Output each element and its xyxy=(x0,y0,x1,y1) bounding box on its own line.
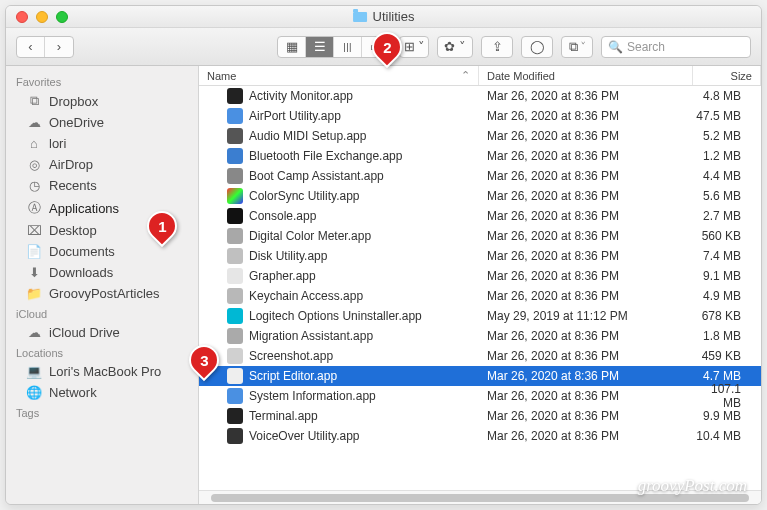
sidebar-item-downloads[interactable]: ⬇Downloads xyxy=(6,262,198,283)
sidebar-item-onedrive[interactable]: ☁OneDrive xyxy=(6,112,198,133)
app-icon xyxy=(227,248,243,264)
dropbox-icon: ⧉ xyxy=(26,93,42,109)
app-icon xyxy=(227,148,243,164)
file-list-pane: Name⌃ Date Modified Size Activity Monito… xyxy=(199,66,761,504)
file-name: Disk Utility.app xyxy=(249,249,327,263)
sidebar-item-lori-s-macbook-pro[interactable]: 💻Lori's MacBook Pro xyxy=(6,361,198,382)
file-date: Mar 26, 2020 at 8:36 PM xyxy=(479,389,693,403)
sidebar-item-label: Documents xyxy=(49,244,115,259)
view-columns-button[interactable]: ⫼ xyxy=(334,37,362,57)
view-gallery-button[interactable]: ▭ xyxy=(362,37,390,57)
file-row[interactable]: Script Editor.appMar 26, 2020 at 8:36 PM… xyxy=(199,366,761,386)
arrange-button[interactable]: ⊞ ˅ xyxy=(400,37,428,57)
sidebar-item-documents[interactable]: 📄Documents xyxy=(6,241,198,262)
file-name: Boot Camp Assistant.app xyxy=(249,169,384,183)
view-icons-button[interactable]: ▦ xyxy=(278,37,306,57)
file-size: 4.7 MB xyxy=(693,369,761,383)
sidebar-item-applications[interactable]: ⒶApplications xyxy=(6,196,198,220)
file-size: 5.2 MB xyxy=(693,129,761,143)
file-name: Keychain Access.app xyxy=(249,289,363,303)
sidebar-item-network[interactable]: 🌐Network xyxy=(6,382,198,403)
file-row[interactable]: Bluetooth File Exchange.appMar 26, 2020 … xyxy=(199,146,761,166)
app-icon xyxy=(227,408,243,424)
file-name: Logitech Options Uninstaller.app xyxy=(249,309,422,323)
titlebar: Utilities xyxy=(6,6,761,28)
file-row[interactable]: Digital Color Meter.appMar 26, 2020 at 8… xyxy=(199,226,761,246)
search-field[interactable]: 🔍 Search xyxy=(601,36,751,58)
zoom-button[interactable] xyxy=(56,11,68,23)
file-name: System Information.app xyxy=(249,389,376,403)
sidebar-item-label: Network xyxy=(49,385,97,400)
sidebar-item-label: GroovyPostArticles xyxy=(49,286,160,301)
sidebar-item-icloud-drive[interactable]: ☁iCloud Drive xyxy=(6,322,198,343)
app-icon xyxy=(227,128,243,144)
app-icon xyxy=(227,228,243,244)
file-row[interactable]: Audio MIDI Setup.appMar 26, 2020 at 8:36… xyxy=(199,126,761,146)
folder-icon: 📁 xyxy=(26,286,42,301)
sidebar-item-recents[interactable]: ◷Recents xyxy=(6,175,198,196)
action-menu-button[interactable]: ✿ ˅ xyxy=(437,36,473,58)
file-size: 678 KB xyxy=(693,309,761,323)
column-header-size[interactable]: Size xyxy=(693,66,761,85)
file-row[interactable]: Keychain Access.appMar 26, 2020 at 8:36 … xyxy=(199,286,761,306)
file-row[interactable]: ColorSync Utility.appMar 26, 2020 at 8:3… xyxy=(199,186,761,206)
window-controls xyxy=(6,11,68,23)
view-list-button[interactable]: ☰ xyxy=(306,37,334,57)
folder-icon xyxy=(353,12,367,22)
file-row[interactable]: Logitech Options Uninstaller.appMay 29, … xyxy=(199,306,761,326)
file-date: Mar 26, 2020 at 8:36 PM xyxy=(479,269,693,283)
sidebar-section-header: Favorites xyxy=(6,72,198,90)
file-row[interactable]: Console.appMar 26, 2020 at 8:36 PM2.7 MB xyxy=(199,206,761,226)
minimize-button[interactable] xyxy=(36,11,48,23)
sidebar-item-label: lori xyxy=(49,136,66,151)
sidebar-item-label: Recents xyxy=(49,178,97,193)
sidebar-item-groovypostarticles[interactable]: 📁GroovyPostArticles xyxy=(6,283,198,304)
app-icon xyxy=(227,348,243,364)
file-row[interactable]: Disk Utility.appMar 26, 2020 at 8:36 PM7… xyxy=(199,246,761,266)
cloud-icon: ☁ xyxy=(26,325,42,340)
file-size: 1.8 MB xyxy=(693,329,761,343)
search-placeholder: Search xyxy=(627,40,665,54)
app-icon xyxy=(227,188,243,204)
sidebar-item-dropbox[interactable]: ⧉Dropbox xyxy=(6,90,198,112)
forward-button[interactable]: › xyxy=(45,37,73,57)
file-size: 4.8 MB xyxy=(693,89,761,103)
sidebar-item-lori[interactable]: ⌂lori xyxy=(6,133,198,154)
laptop-icon: 💻 xyxy=(26,364,42,379)
column-header-date[interactable]: Date Modified xyxy=(479,66,693,85)
downloads-icon: ⬇ xyxy=(26,265,42,280)
file-name: Migration Assistant.app xyxy=(249,329,373,343)
file-row[interactable]: Terminal.appMar 26, 2020 at 8:36 PM9.9 M… xyxy=(199,406,761,426)
column-header-name[interactable]: Name⌃ xyxy=(199,66,479,85)
file-row[interactable]: Migration Assistant.appMar 26, 2020 at 8… xyxy=(199,326,761,346)
file-row[interactable]: Boot Camp Assistant.appMar 26, 2020 at 8… xyxy=(199,166,761,186)
sidebar-item-desktop[interactable]: ⌧Desktop xyxy=(6,220,198,241)
file-row[interactable]: AirPort Utility.appMar 26, 2020 at 8:36 … xyxy=(199,106,761,126)
share-button[interactable]: ⇪ xyxy=(481,36,513,58)
file-size: 107.1 MB xyxy=(693,382,761,410)
file-date: Mar 26, 2020 at 8:36 PM xyxy=(479,109,693,123)
sidebar: Favorites⧉Dropbox☁OneDrive⌂lori◎AirDrop◷… xyxy=(6,66,199,504)
file-row[interactable]: Grapher.appMar 26, 2020 at 8:36 PM9.1 MB xyxy=(199,266,761,286)
file-row[interactable]: Screenshot.appMar 26, 2020 at 8:36 PM459… xyxy=(199,346,761,366)
file-date: Mar 26, 2020 at 8:36 PM xyxy=(479,429,693,443)
file-date: Mar 26, 2020 at 8:36 PM xyxy=(479,289,693,303)
back-button[interactable]: ‹ xyxy=(17,37,45,57)
sidebar-item-airdrop[interactable]: ◎AirDrop xyxy=(6,154,198,175)
file-size: 1.2 MB xyxy=(693,149,761,163)
file-row[interactable]: Activity Monitor.appMar 26, 2020 at 8:36… xyxy=(199,86,761,106)
file-row[interactable]: VoiceOver Utility.appMar 26, 2020 at 8:3… xyxy=(199,426,761,446)
dropbox-toolbar-button[interactable]: ⧉ ˅ xyxy=(561,36,593,58)
file-size: 459 KB xyxy=(693,349,761,363)
close-button[interactable] xyxy=(16,11,28,23)
file-date: Mar 26, 2020 at 8:36 PM xyxy=(479,169,693,183)
file-name: Audio MIDI Setup.app xyxy=(249,129,366,143)
file-size: 10.4 MB xyxy=(693,429,761,443)
clock-icon: ◷ xyxy=(26,178,42,193)
file-row[interactable]: System Information.appMar 26, 2020 at 8:… xyxy=(199,386,761,406)
sidebar-item-label: Desktop xyxy=(49,223,97,238)
file-name: Bluetooth File Exchange.app xyxy=(249,149,402,163)
tags-button[interactable]: ◯ xyxy=(521,36,553,58)
user-icon: ⌂ xyxy=(26,136,42,151)
app-icon xyxy=(227,268,243,284)
